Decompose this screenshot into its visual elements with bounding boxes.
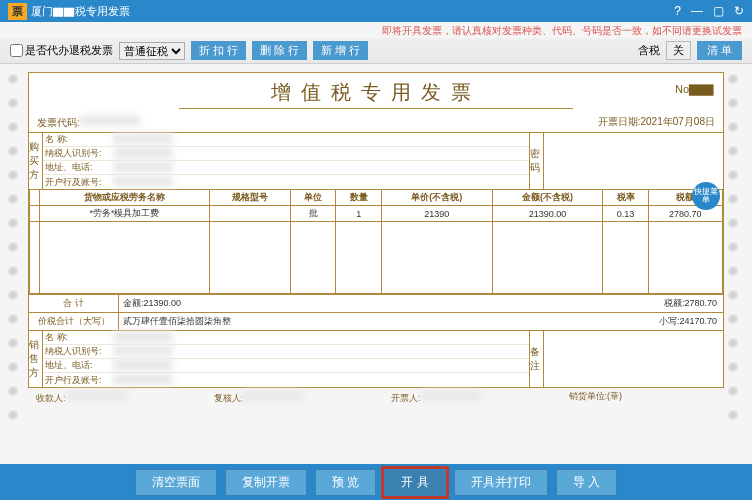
seller-address[interactable] (113, 359, 173, 370)
help-icon[interactable]: ? (674, 4, 681, 18)
clear-button[interactable]: 清空票面 (135, 469, 217, 496)
discount-row-button[interactable]: 折 扣 行 (191, 41, 246, 60)
item-amount[interactable]: 21390.00 (492, 206, 603, 222)
buyer-section: 购买方 名 称: 纳税人识别号: 地址、电话: 开户行及账号: 密码 (29, 132, 723, 189)
bottom-toolbar: 清空票面 复制开票 预 览 开 具 开具并打印 导 入 (0, 464, 752, 500)
invoice-date-label: 开票日期: (598, 116, 641, 127)
preview-button[interactable]: 预 览 (315, 469, 376, 496)
refund-checkbox[interactable]: 是否代办退税发票 (10, 43, 113, 58)
list-button[interactable]: 清 单 (697, 41, 742, 60)
buyer-address[interactable] (113, 161, 173, 172)
paper-holes-left (8, 74, 24, 420)
totals-row: 合 计 金额:21390.00 税额:2780.70 (29, 294, 723, 312)
remark-label: 备注 (529, 331, 543, 387)
add-row-button[interactable]: 新 增 行 (313, 41, 368, 60)
minimize-icon[interactable]: — (691, 4, 703, 18)
invoice-date-value: 2021年07月08日 (641, 116, 716, 127)
invoice-code-label: 发票代码: (37, 117, 80, 128)
seller-section: 销售方 名 称: 纳税人识别号: 地址、电话: 开户行及账号: 备注 (29, 330, 723, 387)
issue-button[interactable]: 开 具 (384, 469, 445, 496)
invoice-code-value (80, 115, 140, 126)
total-tax: 税额:2780.70 (613, 295, 723, 312)
items-table: 货物或应税劳务名称 规格型号 单位 数量 单价(不含税) 金额(不含税) 税率 … (29, 189, 723, 294)
tax-type-select[interactable]: 普通征税 (119, 42, 185, 60)
delete-row-button[interactable]: 删 除 行 (252, 41, 307, 60)
copy-invoice-button[interactable]: 复制开票 (225, 469, 307, 496)
item-qty[interactable]: 1 (336, 206, 381, 222)
reviewer-value[interactable] (243, 390, 303, 401)
remark-area[interactable] (543, 331, 723, 387)
toolbar: 是否代办退税发票 普通征税 折 扣 行 删 除 行 新 增 行 含税 关 清 单 (0, 38, 752, 64)
close-button[interactable]: 关 (666, 41, 691, 60)
paper-holes-right (728, 74, 744, 420)
total-amount: 金额:21390.00 (119, 295, 613, 312)
item-spec[interactable] (209, 206, 290, 222)
buyer-name[interactable] (113, 133, 173, 144)
signature-row: 收款人: 复核人: 开票人: 销货单位:(章) (28, 388, 724, 407)
invoice-number: No▇▇▇ (675, 83, 713, 96)
buyer-taxid[interactable] (113, 147, 173, 158)
app-logo: 票 (8, 3, 27, 20)
issue-print-button[interactable]: 开具并打印 (454, 469, 548, 496)
item-row[interactable]: *劳务*模具加工费 批 1 21390 21390.00 0.13 2780.7… (30, 206, 723, 222)
seller-name[interactable] (113, 331, 173, 342)
code-label: 密码 (529, 133, 543, 189)
invoice-title: 增值税专用发票 No▇▇▇ (29, 73, 723, 108)
titlebar: 票 厦门▇▇税专用发票 ? — ▢ ↻ (0, 0, 752, 22)
item-price[interactable]: 21390 (381, 206, 492, 222)
buyer-label: 购买方 (29, 133, 43, 189)
item-unit[interactable]: 批 (291, 206, 336, 222)
item-name[interactable]: *劳务*模具加工费 (40, 206, 210, 222)
window-title: 厦门▇▇税专用发票 (31, 4, 664, 19)
drawer-value[interactable] (421, 390, 481, 401)
quick-menu-button[interactable]: 快捷菜单 (692, 182, 720, 210)
item-rate[interactable]: 0.13 (603, 206, 648, 222)
maximize-icon[interactable]: ▢ (713, 4, 724, 18)
invoice-form: 增值税专用发票 No▇▇▇ 发票代码: 开票日期:2021年07月08日 购买方… (28, 72, 724, 388)
invoice-paper: 增值税专用发票 No▇▇▇ 发票代码: 开票日期:2021年07月08日 购买方… (0, 64, 752, 415)
upper-total-row: 价税合计（大写） 贰万肆仟壹佰柒拾圆柒角整 小写:24170.70 (29, 312, 723, 330)
tax-included-label: 含税 (638, 43, 660, 58)
import-button[interactable]: 导 入 (556, 469, 617, 496)
refresh-icon[interactable]: ↻ (734, 4, 744, 18)
checkbox-header[interactable] (30, 190, 40, 206)
seller-taxid[interactable] (113, 345, 173, 356)
code-area (543, 133, 723, 189)
payee-value[interactable] (66, 390, 126, 401)
lower-amount: 小写:24170.70 (613, 313, 723, 330)
seller-bank[interactable] (113, 374, 173, 385)
seller-seal: 销货单位:(章) (569, 390, 717, 405)
buyer-bank[interactable] (113, 176, 173, 187)
warning-text: 即将开具发票，请认真核对发票种类、代码、号码是否一致，如不同请更换试发票 (0, 22, 752, 38)
seller-label: 销售方 (29, 331, 43, 387)
upper-amount: 贰万肆仟壹佰柒拾圆柒角整 (119, 313, 613, 330)
